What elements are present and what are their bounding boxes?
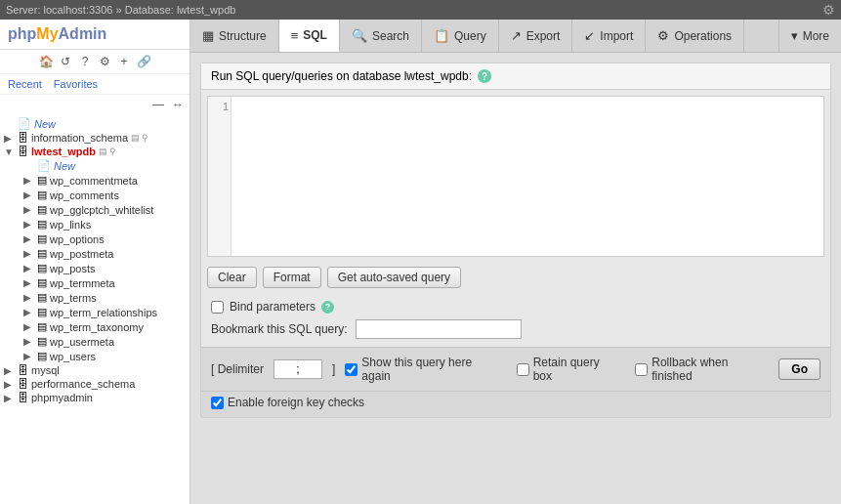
sidebar-item-label: wp_commentmeta xyxy=(50,175,138,187)
db-icon: 🗄 xyxy=(18,378,28,390)
rollback-checkbox[interactable] xyxy=(635,363,648,376)
expander-icon: ▶ xyxy=(23,189,37,200)
sidebar-item-wp-options[interactable]: ▶ ▤ wp_options xyxy=(0,231,189,246)
query-icon: 📋 xyxy=(434,28,449,43)
settings-small-icon[interactable]: ⚙ xyxy=(97,54,112,69)
sidebar-item-wp-usermeta[interactable]: ▶ ▤ wp_usermeta xyxy=(0,334,189,349)
settings-icon[interactable]: ⚙ xyxy=(822,2,835,18)
sidebar-item-wp-links[interactable]: ▶ ▤ wp_links xyxy=(0,217,189,231)
expand-icon[interactable]: ↔ xyxy=(170,97,186,112)
plus-icon[interactable]: + xyxy=(116,54,132,69)
sidebar-item-label: New xyxy=(54,160,75,172)
show-query-checkbox[interactable] xyxy=(345,363,357,376)
sql-panel: Run SQL query/queries on database lwtest… xyxy=(200,63,831,418)
sidebar-item-wp-posts[interactable]: ▶ ▤ wp_posts xyxy=(0,261,189,275)
sidebar-item-label: wp_links xyxy=(50,219,91,231)
tab-structure[interactable]: ▦ Structure xyxy=(190,20,279,52)
db-icon: 🗄 xyxy=(18,392,28,403)
sidebar-item-lwtest-wpdb[interactable]: ▼ 🗄 lwtest_wpdb ▤ ⚲ xyxy=(0,145,189,158)
show-query-label: Show this query here again xyxy=(361,356,500,383)
more-icon: ▾ xyxy=(791,28,798,43)
tab-import[interactable]: ↙ Import xyxy=(572,20,646,52)
table-icon: ▤ xyxy=(37,218,47,231)
sidebar-item-label: wp_gglcptch_whitelist xyxy=(50,204,153,216)
expander-icon: ▶ xyxy=(23,336,37,347)
table-icon: ▤ xyxy=(37,320,47,333)
sidebar-item-mysql[interactable]: ▶ 🗄 mysql xyxy=(0,363,189,377)
tab-sql[interactable]: ≡ SQL xyxy=(279,20,340,52)
sidebar-toolbar: 🏠 ↺ ? ⚙ + 🔗 xyxy=(0,50,189,74)
main-content: ▦ Structure ≡ SQL 🔍 Search 📋 Query ↗ Exp… xyxy=(190,20,841,504)
expander-icon: ▶ xyxy=(23,307,37,317)
bookmark-input[interactable] xyxy=(356,319,522,339)
bookmark-row: Bookmark this SQL query: xyxy=(211,319,820,339)
sidebar-tree: 📄 New ▶ 🗄 information_schema ▤ ⚲ ▼ 🗄 lwt… xyxy=(0,114,189,504)
sidebar-item-wp-term-relationships[interactable]: ▶ ▤ wp_term_relationships xyxy=(0,305,189,319)
sidebar-item-wp-gglcptch[interactable]: ▶ ▤ wp_gglcptch_whitelist xyxy=(0,202,189,217)
sql-panel-title: Run SQL query/queries on database lwtest… xyxy=(211,69,472,83)
tab-query[interactable]: 📋 Query xyxy=(422,20,499,52)
search-small-icon: ⚲ xyxy=(142,133,148,143)
collapse-icon[interactable]: — xyxy=(150,97,166,112)
tab-more[interactable]: ▾ More xyxy=(778,20,841,52)
sidebar-item-wp-commentmeta[interactable]: ▶ ▤ wp_commentmeta xyxy=(0,173,189,188)
sidebar-item-label: wp_termmeta xyxy=(50,277,115,289)
logo-my: My xyxy=(36,25,58,43)
tab-export-label: Export xyxy=(526,29,561,43)
sidebar-item-new-lwtest[interactable]: 📄 New xyxy=(0,158,189,173)
sidebar-item-label: phpmyadmin xyxy=(31,392,93,403)
sidebar-item-label: performance_schema xyxy=(31,378,135,390)
import-icon: ↙ xyxy=(584,28,595,43)
sidebar-collapse-row: — ↔ xyxy=(0,95,189,114)
table-icon: ▤ xyxy=(37,335,47,348)
favorites-link[interactable]: Favorites xyxy=(54,78,98,90)
sidebar-item-wp-termmeta[interactable]: ▶ ▤ wp_termmeta xyxy=(0,275,189,290)
tab-operations[interactable]: ⚙ Operations xyxy=(646,20,744,52)
clear-button[interactable]: Clear xyxy=(207,267,257,288)
sidebar-item-performance-schema[interactable]: ▶ 🗄 performance_schema xyxy=(0,377,189,391)
sidebar-item-wp-terms[interactable]: ▶ ▤ wp_terms xyxy=(0,290,189,305)
help-icon[interactable]: ? xyxy=(478,69,491,83)
home-icon[interactable]: 🏠 xyxy=(38,54,54,69)
refresh-icon[interactable]: ↺ xyxy=(58,54,73,69)
help-icon[interactable]: ? xyxy=(77,54,93,69)
sidebar-item-new-root[interactable]: 📄 New xyxy=(0,116,189,131)
tab-search-label: Search xyxy=(372,29,409,43)
bind-params-help-icon[interactable]: ? xyxy=(321,301,334,314)
link-icon[interactable]: 🔗 xyxy=(136,54,151,69)
tab-export[interactable]: ↗ Export xyxy=(499,20,573,52)
sidebar-item-label: wp_users xyxy=(50,351,96,362)
tab-sql-label: SQL xyxy=(303,28,327,42)
delimiter-open-bracket: [ Delimiter xyxy=(211,362,264,376)
sidebar-item-wp-users[interactable]: ▶ ▤ wp_users xyxy=(0,349,189,363)
sidebar-item-wp-comments[interactable]: ▶ ▤ wp_comments xyxy=(0,188,189,202)
go-button[interactable]: Go xyxy=(778,358,820,380)
sql-icon: ≡ xyxy=(291,28,299,43)
foreign-key-checkbox[interactable] xyxy=(211,397,224,409)
expander-icon: ▶ xyxy=(4,365,18,376)
bind-params-checkbox[interactable] xyxy=(211,301,224,314)
sidebar-item-wp-postmeta[interactable]: ▶ ▤ wp_postmeta xyxy=(0,246,189,261)
expander-icon: ▶ xyxy=(23,248,37,259)
tab-search[interactable]: 🔍 Search xyxy=(340,20,422,52)
sql-textarea[interactable] xyxy=(208,97,823,253)
query-options-group: Show this query here again Retain query … xyxy=(345,356,769,383)
autosave-button[interactable]: Get auto-saved query xyxy=(327,267,461,288)
recent-link[interactable]: Recent xyxy=(8,78,42,90)
sidebar-item-information-schema[interactable]: ▶ 🗄 information_schema ▤ ⚲ xyxy=(0,131,189,145)
format-button[interactable]: Format xyxy=(263,267,321,288)
sql-panel-header: Run SQL query/queries on database lwtest… xyxy=(201,63,830,90)
sidebar-item-phpmyadmin[interactable]: ▶ 🗄 phpmyadmin xyxy=(0,391,189,404)
db-icon: 🗄 xyxy=(18,146,28,157)
tab-query-label: Query xyxy=(454,29,486,43)
rollback-item: Rollback when finished xyxy=(635,356,769,383)
sidebar-item-label: wp_options xyxy=(50,233,105,245)
sidebar: phpMyAdmin 🏠 ↺ ? ⚙ + 🔗 Recent Favorites … xyxy=(0,20,190,504)
sidebar-item-wp-term-taxonomy[interactable]: ▶ ▤ wp_term_taxonomy xyxy=(0,319,189,334)
delimiter-input[interactable] xyxy=(273,359,322,379)
new-icon: 📄 xyxy=(18,117,31,130)
expander-icon: ▶ xyxy=(4,133,18,144)
expander-icon: ▶ xyxy=(23,277,37,288)
sql-actions: Clear Format Get auto-saved query xyxy=(201,263,830,296)
retain-query-checkbox[interactable] xyxy=(517,363,529,376)
